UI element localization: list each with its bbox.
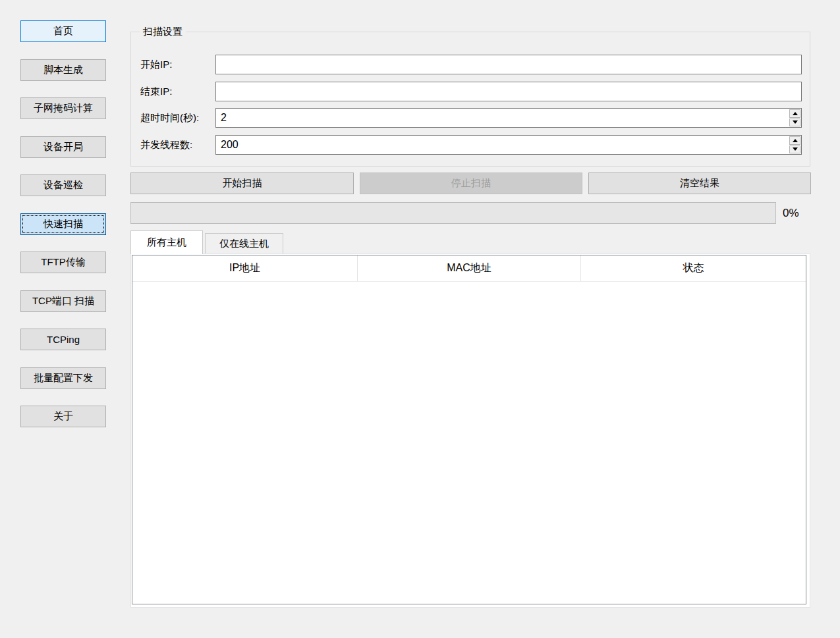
start-ip-input[interactable] (215, 55, 802, 74)
threads-spin-up-button[interactable] (789, 136, 800, 145)
sidebar-item-script-generate[interactable]: 脚本生成 (20, 59, 106, 81)
threads-input[interactable] (215, 135, 802, 155)
end-ip-label: 结束IP: (140, 82, 172, 101)
clear-results-label: 清空结果 (680, 177, 719, 190)
sidebar-item-label: TFTP传输 (41, 256, 86, 269)
sidebar-item-quick-scan[interactable]: 快速扫描 (20, 213, 106, 235)
sidebar-item-label: TCP端口 扫描 (32, 295, 94, 307)
tab-all-hosts[interactable]: 所有主机 (130, 230, 203, 254)
sidebar-item-tcping[interactable]: TCPing (20, 329, 106, 350)
timeout-label: 超时时间(秒): (140, 108, 199, 128)
sidebar-item-label: 关于 (53, 410, 73, 423)
timeout-input[interactable] (215, 108, 802, 128)
threads-spin-down-button[interactable] (789, 146, 800, 154)
hosts-table: IP地址 MAC地址 状态 (132, 255, 806, 604)
scan-settings-title: 扫描设置 (140, 25, 186, 38)
sidebar-item-label: 快速扫描 (43, 218, 83, 230)
sidebar-item-label: 设备开局 (43, 141, 83, 153)
sidebar-item-batch-config[interactable]: 批量配置下发 (20, 367, 106, 389)
start-scan-label: 开始扫描 (223, 177, 262, 190)
column-header-mac[interactable]: MAC地址 (358, 255, 581, 281)
arrow-down-icon (793, 120, 798, 124)
sidebar-item-tftp-transfer[interactable]: TFTP传输 (20, 252, 106, 273)
sidebar-item-label: 脚本生成 (43, 64, 83, 76)
sidebar-item-device-inspect[interactable]: 设备巡检 (20, 174, 106, 196)
sidebar-item-about[interactable]: 关于 (20, 406, 106, 427)
sidebar-item-subnet-calc[interactable]: 子网掩码计算 (20, 97, 106, 119)
tab-all-hosts-label: 所有主机 (147, 236, 186, 249)
arrow-down-icon (793, 147, 798, 151)
timeout-spin-up-button[interactable] (789, 109, 800, 118)
arrow-up-icon (793, 112, 798, 115)
progress-percent-label: 0% (783, 202, 822, 224)
column-header-status[interactable]: 状态 (581, 255, 806, 281)
threads-spinner (789, 136, 800, 153)
start-scan-button[interactable]: 开始扫描 (130, 173, 354, 194)
sidebar-item-tcp-port-scan[interactable]: TCP端口 扫描 (20, 290, 106, 312)
timeout-spinner (789, 109, 800, 126)
sidebar-item-label: 子网掩码计算 (34, 102, 93, 115)
end-ip-input[interactable] (215, 82, 802, 101)
hosts-table-body (132, 282, 806, 604)
sidebar-item-home[interactable]: 首页 (20, 20, 106, 42)
sidebar-item-label: TCPing (47, 334, 80, 345)
clear-results-button[interactable]: 清空结果 (588, 173, 811, 194)
arrow-up-icon (793, 139, 798, 142)
sidebar-item-label: 首页 (53, 25, 73, 38)
scan-progress-bar (130, 202, 776, 224)
timeout-spin-down-button[interactable] (789, 119, 800, 127)
stop-scan-label: 停止扫描 (451, 177, 491, 190)
threads-label: 并发线程数: (140, 135, 192, 155)
start-ip-label: 开始IP: (140, 55, 172, 74)
sidebar-item-label: 批量配置下发 (34, 372, 93, 385)
column-header-ip[interactable]: IP地址 (132, 255, 358, 281)
sidebar-item-device-setup[interactable]: 设备开局 (20, 136, 106, 158)
stop-scan-button[interactable]: 停止扫描 (360, 173, 582, 194)
hosts-table-header: IP地址 MAC地址 状态 (132, 255, 806, 282)
tab-online-hosts[interactable]: 仅在线主机 (205, 233, 283, 253)
sidebar-item-label: 设备巡检 (43, 179, 83, 192)
tab-online-hosts-label: 仅在线主机 (219, 238, 269, 250)
